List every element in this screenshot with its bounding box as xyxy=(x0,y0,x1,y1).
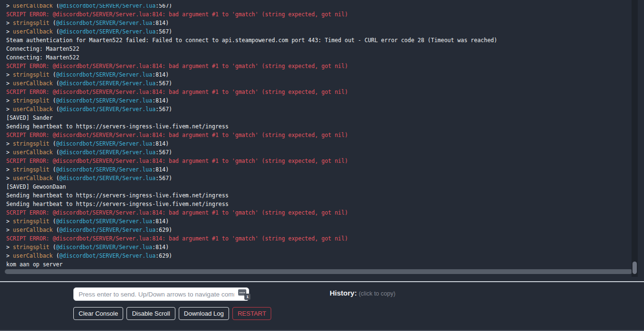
clear-console-button[interactable]: Clear Console xyxy=(73,307,123,320)
console-line: > userCallback (@discordbot/SERVER/Serve… xyxy=(6,226,644,234)
console-line: [SAVED] GewoonDaan xyxy=(6,183,644,191)
extension-badge: 1 xyxy=(244,294,251,300)
console-line: SCRIPT ERROR: @discordbot/SERVER/Server.… xyxy=(6,88,644,96)
console-line: > stringsplit (@discordbot/SERVER/Server… xyxy=(6,217,644,226)
bottom-panel: 1 History:(click to copy) Clear Console … xyxy=(0,282,644,331)
console-line: Sending heartbeat to https://servers-ing… xyxy=(6,122,644,131)
console-line: > stringsplit (@discordbot/SERVER/Server… xyxy=(6,70,644,79)
console-line: > stringsplit (@discordbot/SERVER/Server… xyxy=(6,139,644,148)
console-line: SCRIPT ERROR: @discordbot/SERVER/Server.… xyxy=(6,208,644,217)
vertical-scrollbar-thumb[interactable] xyxy=(632,262,637,274)
console-line: SCRIPT ERROR: @discordbot/SERVER/Server.… xyxy=(6,234,644,243)
restart-button[interactable]: RESTART xyxy=(232,307,271,320)
horizontal-scrollbar-thumb[interactable] xyxy=(5,269,632,274)
console-line: SCRIPT ERROR: @discordbot/SERVER/Server.… xyxy=(6,157,644,165)
vertical-scrollbar[interactable] xyxy=(632,0,638,277)
console-buttons: Clear Console Disable Scroll Download Lo… xyxy=(73,307,271,320)
console-line: > userCallback (@discordbot/SERVER/Serve… xyxy=(6,79,644,88)
console-output[interactable]: > userCallback (@discordbot/SERVER/Serve… xyxy=(0,0,644,282)
console-line: SCRIPT ERROR: @discordbot/SERVER/Server.… xyxy=(6,131,644,139)
console-line: > userCallback (@discordbot/SERVER/Serve… xyxy=(6,148,644,157)
history-label: History: xyxy=(330,289,357,297)
console-line: > userCallback (@discordbot/SERVER/Serve… xyxy=(6,105,644,114)
console-line: Sending heartbeat to https://servers-ing… xyxy=(6,200,644,208)
command-input-wrap: 1 xyxy=(73,287,249,301)
console-line: SCRIPT ERROR: @discordbot/SERVER/Server.… xyxy=(6,10,644,19)
history-section: History:(click to copy) xyxy=(330,289,395,297)
console-line: Steam authentication for Maarten522 fail… xyxy=(6,36,644,45)
console-line: > userCallback (@discordbot/SERVER/Serve… xyxy=(6,174,644,183)
disable-scroll-button[interactable]: Disable Scroll xyxy=(126,307,175,320)
console-line: Connecting: Maarten522 xyxy=(6,45,644,53)
console-line: [SAVED] Sander xyxy=(6,114,644,122)
console-line: kom aan op server xyxy=(6,260,644,269)
console-line: > stringsplit (@discordbot/SERVER/Server… xyxy=(6,165,644,174)
command-input[interactable] xyxy=(73,287,249,301)
console-line: > stringsplit (@discordbot/SERVER/Server… xyxy=(6,243,644,251)
console-line: > userCallback (@discordbot/SERVER/Serve… xyxy=(6,251,644,260)
console-line: Connecting: Maarten522 xyxy=(6,53,644,62)
history-hint: (click to copy) xyxy=(359,290,395,297)
console-line: Sending heartbeat to https://servers-ing… xyxy=(6,191,644,200)
console-line: SCRIPT ERROR: @discordbot/SERVER/Server.… xyxy=(6,62,644,70)
console-line: > stringsplit (@discordbot/SERVER/Server… xyxy=(6,96,644,105)
console-top-clip xyxy=(0,0,644,4)
horizontal-scrollbar[interactable] xyxy=(0,269,644,274)
download-log-button[interactable]: Download Log xyxy=(179,307,229,320)
console-line: > stringsplit (@discordbot/SERVER/Server… xyxy=(6,19,644,27)
input-method-extension-icon[interactable]: 1 xyxy=(238,289,251,301)
console-log: > userCallback (@discordbot/SERVER/Serve… xyxy=(0,0,644,269)
console-line: > userCallback (@discordbot/SERVER/Serve… xyxy=(6,27,644,36)
